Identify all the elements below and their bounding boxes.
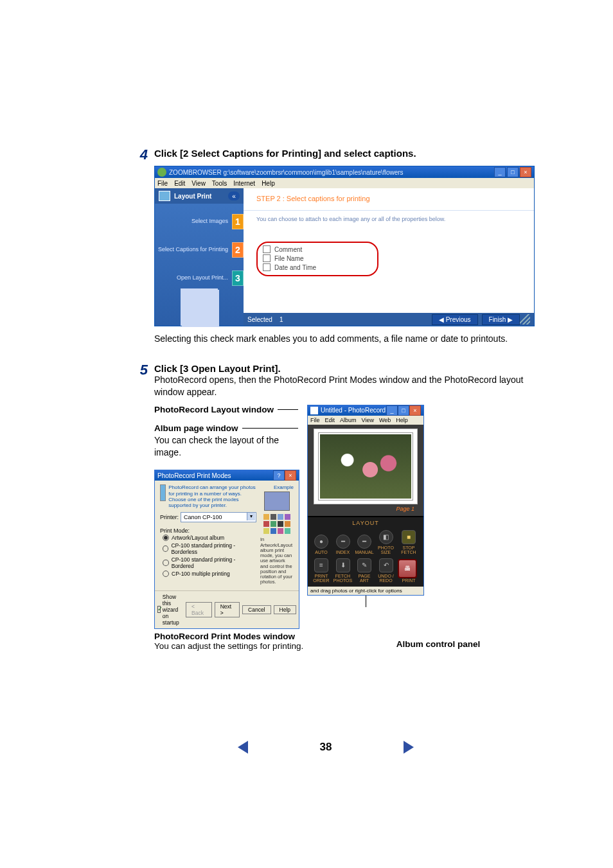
menu-edit[interactable]: Edit [174, 180, 185, 187]
print-button[interactable]: 🖶PRINT [398, 559, 420, 583]
stop-icon: ■ [402, 530, 416, 544]
sidebar-item-select-images[interactable]: Select Images 1 [155, 211, 244, 232]
radio-icon [163, 571, 169, 577]
main-pane: STEP 2 : Select captions for printing Yo… [244, 188, 534, 326]
hint-bar: and drag photos or right-click for optio… [308, 587, 423, 595]
sidebar-item-open-layout-print[interactable]: Open Layout Print... 3 [155, 268, 244, 288]
help-button[interactable]: ? [273, 470, 285, 481]
dot-icon: ● [314, 535, 328, 549]
menu-internet[interactable]: Internet [233, 180, 255, 187]
titlebar: ZOOMBROWSER g:\software\zoombrsr\commoon… [155, 166, 534, 178]
titlebar: PhotoRecord Print Modes ? × [155, 470, 299, 481]
undo-redo-button[interactable]: ↶UNDO / REDO [377, 558, 396, 583]
radio-cp100-borderless[interactable]: CP-100 standard printing - Borderless [160, 542, 256, 556]
page-number: 38 [320, 741, 332, 754]
close-button[interactable]: × [520, 167, 531, 177]
menu-album[interactable]: Album [340, 417, 357, 423]
example-thumbnail [264, 492, 290, 511]
zoombrowser-window: ZOOMBROWSER g:\software\zoombrsr\commoon… [154, 166, 535, 326]
menubar: File Edit Album View Web Help [308, 416, 423, 425]
print-modes-window: PhotoRecord Print Modes ? × PhotoRecord … [154, 470, 299, 628]
mode-note: In Artwork/Layout album print mode, you … [259, 536, 295, 586]
maximize-button[interactable]: □ [398, 405, 409, 416]
wizard-thumbnail-icon [160, 484, 166, 501]
help-button[interactable]: Help [274, 605, 296, 614]
step-badge-1: 1 [232, 214, 244, 229]
layout-manual-button[interactable]: ━MANUAL [355, 535, 374, 554]
minimize-button[interactable]: _ [494, 167, 506, 177]
step-4-number: 4 [122, 148, 154, 162]
checkbox-show-wizard[interactable]: Show this wizard on startup [157, 594, 183, 626]
album-page[interactable] [314, 429, 418, 504]
close-button[interactable]: × [285, 470, 296, 481]
color-swatch [271, 528, 276, 534]
label-print-modes-window: PhotoRecord Print Modes window [154, 632, 347, 641]
checkbox-icon [157, 606, 161, 613]
layout-index-button[interactable]: ━INDEX [333, 535, 353, 554]
color-swatch [278, 528, 283, 534]
step-5-title: Click [3 Open Layout Print]. [154, 363, 529, 374]
color-swatch [263, 514, 269, 520]
order-icon: ≡ [314, 558, 328, 572]
radio-artwork-layout[interactable]: Artwork/Layout album [160, 534, 256, 542]
fetch-photos-button[interactable]: ⬇FETCH PHOTOS [333, 558, 353, 583]
color-swatches [263, 513, 291, 535]
step-4-caption: Selecting this check mark enables you to… [154, 333, 529, 345]
sidebar-item-select-captions[interactable]: Select Captions for Printing 2 [155, 240, 244, 260]
app-icon [310, 407, 318, 414]
menu-web[interactable]: Web [379, 417, 391, 423]
sidebar-item-label: Open Layout Print... [155, 275, 232, 281]
radio-cp100-bordered[interactable]: CP-100 standard printing - Bordered [160, 556, 256, 570]
photorecord-layout-window: Untitled - PhotoRecord _ □ × File Edit A… [307, 405, 424, 596]
radio-icon [163, 560, 169, 566]
minimize-button[interactable]: _ [386, 405, 398, 416]
menu-help[interactable]: Help [396, 417, 408, 423]
layout-auto-button[interactable]: ●AUTO [312, 535, 331, 554]
cancel-button[interactable]: Cancel [242, 605, 271, 614]
menu-file[interactable]: File [157, 180, 168, 187]
maximize-button[interactable]: □ [507, 167, 519, 177]
app-icon [157, 168, 166, 177]
statusbar: Selected 1 ◀ Previous Finish ▶ [244, 313, 534, 326]
fetch-icon: ⬇ [336, 558, 350, 572]
step-5-number: 5 [122, 363, 154, 377]
prev-page-button[interactable] [238, 741, 248, 754]
label-album-page-desc: You can check the layout of the image. [154, 434, 298, 459]
menu-view[interactable]: View [362, 417, 374, 423]
color-swatch [271, 514, 276, 520]
next-page-button[interactable] [404, 741, 414, 754]
selected-label: Selected [247, 316, 272, 323]
checkbox-filename[interactable]: File Name [263, 254, 372, 263]
checkbox-comment[interactable]: Comment [263, 245, 372, 254]
menu-edit[interactable]: Edit [325, 417, 335, 423]
resize-grip-icon[interactable] [520, 314, 530, 324]
printer-dropdown[interactable]: Canon CP-100 [181, 512, 256, 522]
color-swatch [271, 521, 276, 527]
page-art-button[interactable]: ✎PAGE ART [355, 558, 374, 583]
photo-thumbnail[interactable] [319, 433, 413, 500]
collapse-sidebar-button[interactable]: « [228, 191, 240, 200]
example-label: Example [259, 484, 295, 490]
finish-button[interactable]: Finish ▶ [482, 314, 520, 325]
menu-help[interactable]: Help [262, 180, 275, 187]
menu-view[interactable]: View [191, 180, 206, 187]
print-order-button[interactable]: ≡PRINT ORDER [312, 558, 331, 583]
sidebar-item-label: Select Images [155, 218, 232, 225]
label-album-page-window: Album page window [154, 423, 238, 433]
label-photorecord-layout: PhotoRecord Layout window [154, 405, 274, 414]
close-button[interactable]: × [409, 405, 421, 416]
layout-photosize-button[interactable]: ◧PHOTO SIZE [377, 530, 396, 554]
callout-line [366, 596, 366, 607]
previous-button[interactable]: ◀ Previous [432, 314, 478, 325]
radio-cp100-multiple[interactable]: CP-100 multiple printing [160, 570, 256, 578]
menu-file[interactable]: File [310, 417, 320, 423]
menu-tools[interactable]: Tools [212, 180, 227, 187]
checkbox-datetime[interactable]: Date and Time [263, 263, 372, 272]
album-control-panel: LAYOUT ●AUTO ━INDEX ━MANUAL ◧PHOTO SIZE … [308, 516, 423, 587]
step-badge-2: 2 [232, 242, 244, 258]
color-swatch [285, 521, 290, 527]
color-swatch [278, 514, 283, 520]
next-button[interactable]: Next > [215, 602, 240, 617]
stop-fetch-button[interactable]: ■STOP FETCH [398, 530, 420, 554]
sidebar-header: Layout Print « [155, 188, 244, 204]
